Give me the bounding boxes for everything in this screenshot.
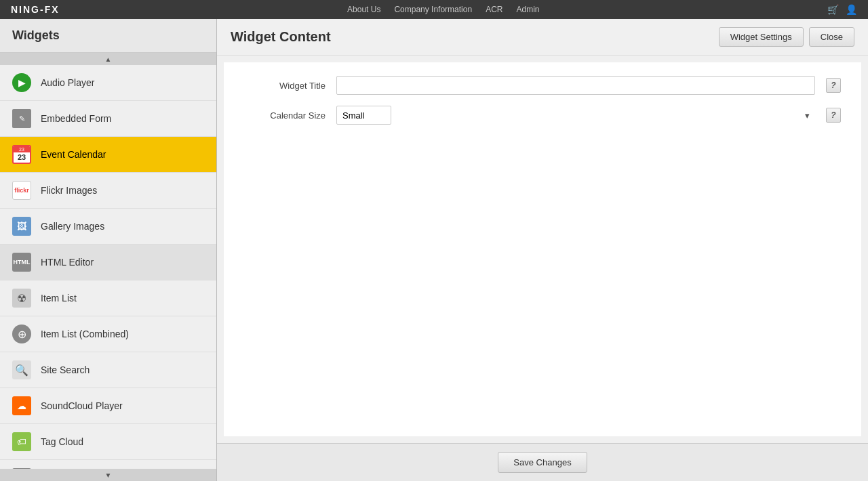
save-area: Save Changes xyxy=(217,443,868,481)
template-icon: { } xyxy=(11,467,33,469)
calendar-size-row: Calendar Size Small Medium Large ? xyxy=(244,106,841,125)
save-changes-button[interactable]: Save Changes xyxy=(498,452,587,473)
nav-icons: 🛒 👤 xyxy=(827,4,857,15)
sidebar-item-embedded-form[interactable]: ✎ Embedded Form xyxy=(0,101,216,137)
close-button[interactable]: Close xyxy=(809,27,854,47)
sidebar-label-tag-cloud: Tag Cloud xyxy=(41,436,83,447)
sidebar-label-embedded-form: Embedded Form xyxy=(41,113,111,124)
sidebar-item-flickr-images[interactable]: flickr Flickr Images xyxy=(0,173,216,209)
page-title: Widget Content xyxy=(231,29,331,45)
scroll-down-arrow[interactable]: ▼ xyxy=(0,469,216,481)
html-icon: HTML xyxy=(11,251,33,273)
main-container: Widgets ▲ ▶ Audio Player ✎ Embedded Form… xyxy=(0,19,868,481)
sidebar-item-html-editor[interactable]: HTML HTML Editor xyxy=(0,245,216,280)
nav-about[interactable]: About Us xyxy=(347,5,380,14)
sidebar-item-template-code[interactable]: { } Template Code xyxy=(0,460,216,469)
widget-list: ▶ Audio Player ✎ Embedded Form 23 23 Eve… xyxy=(0,65,216,469)
content-area: Widget Content Widget Settings Close Wid… xyxy=(217,19,868,481)
nav-links: About Us Company Information ACR Admin xyxy=(347,5,539,14)
sidebar-item-event-calendar[interactable]: 23 23 Event Calendar xyxy=(0,137,216,173)
sidebar-label-audio-player: Audio Player xyxy=(41,77,94,88)
calendar-size-help-button[interactable]: ? xyxy=(826,108,841,123)
calendar-size-select[interactable]: Small Medium Large xyxy=(336,106,391,125)
sidebar-item-tag-cloud[interactable]: 🏷 Tag Cloud xyxy=(0,424,216,460)
sidebar-label-html-editor: HTML Editor xyxy=(41,257,94,268)
nav-company[interactable]: Company Information xyxy=(394,5,472,14)
nav-acr[interactable]: ACR xyxy=(486,5,502,14)
widget-settings-button[interactable]: Widget Settings xyxy=(719,27,804,47)
widget-title-label: Widget Title xyxy=(244,81,326,91)
sidebar-label-item-list-combined: Item List (Combined) xyxy=(41,329,129,339)
form-icon: ✎ xyxy=(11,108,33,129)
sidebar-label-item-list: Item List xyxy=(41,293,77,304)
sidebar-item-site-search[interactable]: 🔍 Site Search xyxy=(0,352,216,388)
sidebar-item-item-list-combined[interactable]: ⊕ Item List (Combined) xyxy=(0,316,216,352)
gallery-icon: 🖼 xyxy=(11,215,33,237)
widget-title-help-button[interactable]: ? xyxy=(826,78,841,93)
cart-icon[interactable]: 🛒 xyxy=(827,4,839,15)
tag-icon: 🏷 xyxy=(11,431,33,453)
calendar-icon: 23 23 xyxy=(11,144,33,165)
audio-icon: ▶ xyxy=(11,72,33,93)
calendar-size-label: Calendar Size xyxy=(244,110,326,121)
sidebar-label-site-search: Site Search xyxy=(41,364,90,375)
sidebar-label-event-calendar: Event Calendar xyxy=(41,149,106,160)
user-icon[interactable]: 👤 xyxy=(846,4,857,15)
sidebar-item-gallery-images[interactable]: 🖼 Gallery Images xyxy=(0,209,216,245)
sidebar-title: Widgets xyxy=(0,19,216,53)
itemcombined-icon: ⊕ xyxy=(11,323,33,345)
top-navigation: NING-FX About Us Company Information ACR… xyxy=(0,0,868,19)
soundcloud-icon: ☁ xyxy=(11,395,33,417)
widget-title-row: Widget Title ? xyxy=(244,76,841,95)
search-icon: 🔍 xyxy=(11,359,33,381)
sidebar-label-gallery-images: Gallery Images xyxy=(41,221,104,232)
itemlist-icon: ☢ xyxy=(11,287,33,309)
logo: NING-FX xyxy=(11,4,60,15)
form-area: Widget Title ? Calendar Size Small Mediu… xyxy=(224,62,861,436)
sidebar-item-soundcloud-player[interactable]: ☁ SoundCloud Player xyxy=(0,388,216,424)
sidebar: Widgets ▲ ▶ Audio Player ✎ Embedded Form… xyxy=(0,19,217,481)
calendar-size-select-wrapper: Small Medium Large xyxy=(336,106,815,125)
content-header: Widget Content Widget Settings Close xyxy=(217,19,868,56)
sidebar-label-flickr-images: Flickr Images xyxy=(41,185,97,196)
header-buttons: Widget Settings Close xyxy=(719,27,854,47)
widget-title-input[interactable] xyxy=(336,76,815,95)
sidebar-label-soundcloud-player: SoundCloud Player xyxy=(41,400,123,411)
sidebar-item-item-list[interactable]: ☢ Item List xyxy=(0,280,216,316)
scroll-up-arrow[interactable]: ▲ xyxy=(0,53,216,65)
flickr-icon: flickr xyxy=(11,180,33,201)
nav-admin[interactable]: Admin xyxy=(516,5,539,14)
sidebar-item-audio-player[interactable]: ▶ Audio Player xyxy=(0,65,216,101)
